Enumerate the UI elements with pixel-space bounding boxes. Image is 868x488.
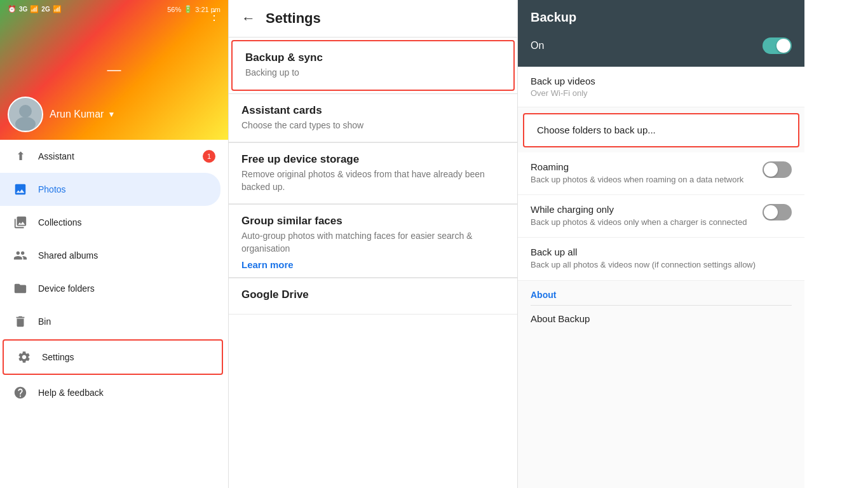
backup-all-subtitle: Back up all photos & videos now (if conn… — [531, 259, 792, 271]
about-backup-title[interactable]: About Backup — [531, 313, 792, 324]
signal1-label: 3G — [19, 6, 27, 13]
settings-item-title: Google Drive — [241, 288, 505, 301]
sidebar-item-label: Assistant — [38, 151, 74, 161]
settings-item-title: Backup & sync — [245, 51, 501, 64]
avatar[interactable] — [8, 97, 43, 132]
backup-panel: Backup On Back up videos Over Wi-Fi only… — [518, 0, 804, 488]
user-name-area[interactable]: Arun Kumar ▼ — [50, 109, 115, 120]
alarm-icon: ⏰ — [8, 5, 17, 13]
roaming-toggle[interactable] — [763, 161, 792, 178]
help-icon — [13, 385, 28, 400]
device-folders-icon — [13, 281, 28, 296]
backup-header: Backup On — [518, 0, 804, 67]
while-charging-subtitle: Back up photos & videos only when a char… — [531, 217, 755, 228]
while-charging-text: While charging only Back up photos & vid… — [531, 204, 755, 228]
collections-icon — [13, 215, 28, 230]
signal2-bars: 📶 — [53, 5, 62, 13]
settings-item-subtitle: Backing up to — [245, 67, 501, 79]
svg-point-0 — [19, 105, 32, 118]
roaming-text: Roaming Back up photos & videos when roa… — [531, 161, 755, 186]
battery-icon: 🔋 — [184, 5, 193, 13]
while-charging-toggle[interactable] — [763, 204, 792, 220]
while-charging-title: While charging only — [531, 204, 755, 215]
signal2-label: 2G — [41, 6, 50, 13]
sidebar-item-label: Help & feedback — [38, 388, 104, 398]
shared-albums-icon — [13, 248, 28, 263]
sidebar-item-label: Device folders — [38, 283, 95, 294]
user-name: Arun Kumar — [50, 109, 104, 120]
divider — [531, 305, 792, 306]
about-section: About About Backup — [518, 281, 804, 333]
backup-all-title: Back up all — [531, 247, 792, 257]
sidebar-item-assistant[interactable]: ⬆ Assistant 1 — [0, 140, 228, 173]
about-label: About — [531, 290, 792, 300]
phone-header: ⏰ 3G 📶 2G 📶 56% 🔋 3:21 pm ⋮ — Arun Kumar — [0, 0, 228, 140]
back-up-videos-title: Back up videos — [531, 76, 792, 86]
sidebar-item-label: Settings — [42, 352, 74, 362]
left-panel: ⏰ 3G 📶 2G 📶 56% 🔋 3:21 pm ⋮ — Arun Kumar — [0, 0, 229, 488]
backup-all-row[interactable]: Back up all Back up all photos & videos … — [518, 238, 804, 280]
settings-item-google-drive[interactable]: Google Drive — [229, 278, 517, 315]
settings-icon — [17, 349, 32, 365]
roaming-subtitle: Back up photos & videos when roaming on … — [531, 174, 755, 186]
badge-count: 1 — [203, 150, 215, 163]
sidebar-item-shared-albums[interactable]: Shared albums — [0, 239, 228, 272]
learn-more-link[interactable]: Learn more — [241, 259, 294, 270]
svg-point-1 — [15, 117, 36, 130]
more-options-icon[interactable]: ⋮ — [208, 8, 220, 23]
sidebar-item-photos[interactable]: Photos — [0, 173, 220, 206]
backup-on-row[interactable]: On — [531, 32, 792, 59]
settings-item-subtitle: Choose the card types to show — [241, 119, 505, 132]
signal1-bars: 📶 — [30, 5, 39, 13]
backup-on-toggle[interactable] — [763, 37, 792, 54]
bin-icon — [13, 314, 28, 329]
sidebar-item-label: Shared albums — [38, 250, 98, 261]
settings-item-group-faces[interactable]: Group similar faces Auto-group photos wi… — [229, 205, 517, 277]
backup-panel-title: Backup — [531, 10, 792, 25]
sidebar-item-label: Photos — [38, 184, 66, 194]
nav-list: ⬆ Assistant 1 Photos Collections — [0, 140, 228, 488]
sidebar-item-bin[interactable]: Bin — [0, 305, 228, 338]
settings-panel: ← Settings Backup & sync Backing up to A… — [229, 0, 518, 488]
while-charging-row[interactable]: While charging only Back up photos & vid… — [518, 195, 804, 238]
sidebar-item-help-feedback[interactable]: Help & feedback — [0, 376, 228, 409]
backup-on-label: On — [531, 40, 544, 51]
photos-icon — [13, 182, 28, 197]
settings-item-assistant-cards[interactable]: Assistant cards Choose the card types to… — [229, 94, 517, 143]
avatar-area: Arun Kumar ▼ — [8, 97, 220, 132]
status-icons: ⏰ 3G 📶 2G 📶 — [8, 5, 62, 13]
roaming-title: Roaming — [531, 161, 755, 172]
battery-label: 56% — [167, 6, 181, 13]
sidebar-item-label: Collections — [38, 217, 81, 227]
assistant-icon: ⬆ — [13, 149, 28, 164]
choose-folders-row[interactable]: Choose folders to back up... — [523, 113, 799, 147]
settings-item-title: Group similar faces — [241, 215, 505, 227]
settings-header: ← Settings — [229, 0, 517, 37]
sidebar-item-collections[interactable]: Collections — [0, 206, 228, 239]
settings-item-backup-sync[interactable]: Backup & sync Backing up to — [231, 40, 515, 91]
settings-item-free-storage[interactable]: Free up device storage Remove original p… — [229, 143, 517, 204]
dropdown-arrow-icon: ▼ — [107, 110, 115, 119]
sidebar-item-settings[interactable]: Settings — [3, 339, 223, 375]
toggle-circle — [776, 39, 790, 53]
sidebar-item-device-folders[interactable]: Device folders — [0, 272, 228, 305]
choose-folders-text: Choose folders to back up... — [537, 125, 656, 135]
toggle-circle — [764, 163, 778, 177]
sidebar-item-label: Bin — [38, 316, 51, 327]
toggle-circle — [764, 205, 778, 219]
settings-item-title: Free up device storage — [241, 153, 505, 166]
back-up-videos-section: Back up videos Over Wi-Fi only — [518, 67, 804, 107]
settings-item-title: Assistant cards — [241, 104, 505, 117]
back-up-videos-subtitle: Over Wi-Fi only — [531, 88, 792, 98]
roaming-row[interactable]: Roaming Back up photos & videos when roa… — [518, 152, 804, 195]
settings-title: Settings — [266, 10, 321, 27]
settings-item-subtitle: Remove original photos & videos from tha… — [241, 168, 505, 193]
settings-item-subtitle: Auto-group photos with matching faces fo… — [241, 230, 505, 255]
back-up-videos-row[interactable]: Back up videos Over Wi-Fi only — [518, 67, 804, 107]
divider-line: — — [107, 62, 121, 78]
back-button[interactable]: ← — [241, 10, 255, 27]
